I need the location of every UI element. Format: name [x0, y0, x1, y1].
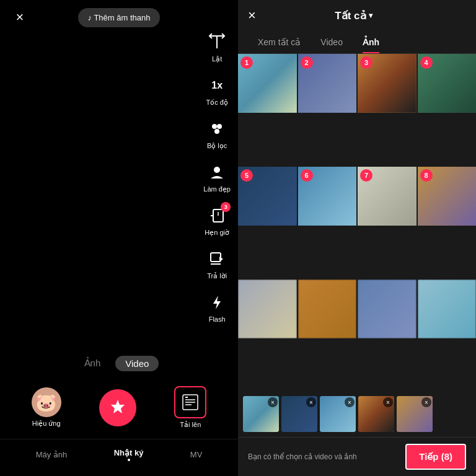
- grid-item-5[interactable]: 5: [238, 167, 297, 226]
- beauty-label: Làm đẹp: [203, 185, 231, 193]
- right-header: × Tất cả ▾: [238, 0, 476, 31]
- grid-item-6[interactable]: 6: [298, 167, 357, 226]
- grid-thumb-11: [358, 280, 416, 338]
- speed-icon: 1x: [206, 74, 228, 97]
- remove-thumb-1-button[interactable]: ×: [268, 397, 278, 407]
- grid-item-8[interactable]: 8: [418, 167, 477, 226]
- tool-filter[interactable]: Bộ lọc: [206, 118, 228, 150]
- nav-active-dot: [128, 459, 130, 461]
- filter-icon: [206, 118, 228, 140]
- svg-rect-7: [211, 253, 221, 262]
- tool-beauty[interactable]: Làm đẹp: [203, 161, 231, 193]
- tool-speed[interactable]: 1x Tốc độ: [206, 74, 228, 107]
- selected-thumb-2[interactable]: ×: [281, 396, 317, 432]
- speed-label: Tốc độ: [206, 99, 227, 107]
- svg-point-2: [214, 129, 219, 134]
- right-title: Tất cả ▾: [335, 9, 372, 22]
- reply-icon: [206, 248, 228, 270]
- grid-number-2: 2: [301, 56, 313, 69]
- left-panel: × ♪ Thêm âm thanh Lật 1x Tốc độ: [0, 0, 238, 476]
- grid-number-7: 7: [360, 169, 372, 182]
- right-close-button[interactable]: ×: [248, 7, 256, 24]
- upload-label: Tải lên: [180, 421, 201, 429]
- photo-mode-button[interactable]: Ảnh: [79, 355, 106, 371]
- effect-label: Hiệu ứng: [32, 420, 61, 428]
- upload-action[interactable]: Tải lên: [174, 386, 206, 429]
- grid-thumb-12: [418, 280, 477, 338]
- nav-diary[interactable]: Nhật ký: [109, 446, 149, 464]
- grid-number-3: 3: [360, 56, 372, 69]
- filter-label: Bộ lọc: [207, 142, 227, 150]
- left-bottom: Ảnh Video 🐷 Hiệu ứng: [0, 350, 238, 476]
- next-button[interactable]: Tiếp (8): [405, 444, 466, 470]
- grid-number-4: 4: [420, 56, 433, 69]
- grid-item-10[interactable]: [298, 280, 357, 338]
- grid-thumb-10: [298, 280, 357, 338]
- grid-item-2[interactable]: 2: [298, 54, 357, 113]
- flip-icon: [206, 31, 228, 53]
- left-close-button[interactable]: ×: [10, 7, 30, 27]
- tool-timer[interactable]: 3 Hẹn giờ: [205, 205, 229, 237]
- bottom-nav: Máy ảnh Nhật ký MV: [0, 439, 238, 476]
- tab-video[interactable]: Video: [311, 31, 353, 53]
- svg-point-3: [214, 167, 220, 173]
- record-button-circle: [99, 389, 136, 426]
- tool-flash[interactable]: Flash: [206, 291, 228, 323]
- flash-icon: [206, 291, 228, 314]
- svg-point-1: [217, 124, 222, 129]
- add-sound-button[interactable]: ♪ Thêm âm thanh: [78, 8, 161, 27]
- selected-row: × × × × ×: [238, 391, 476, 437]
- grid-item-9[interactable]: [238, 280, 297, 338]
- bottom-actions: 🐷 Hiệu ứng: [0, 376, 238, 439]
- tool-flip[interactable]: Lật: [206, 31, 228, 63]
- grid-number-8: 8: [420, 169, 433, 182]
- video-mode-button[interactable]: Video: [115, 356, 159, 371]
- grid-item-7[interactable]: 7: [358, 167, 416, 226]
- tab-view-all[interactable]: Xem tất cả: [248, 31, 311, 53]
- grid-number-1: 1: [240, 56, 253, 69]
- svg-point-0: [212, 124, 217, 129]
- beauty-icon: [206, 161, 228, 183]
- remove-thumb-3-button[interactable]: ×: [345, 397, 355, 407]
- tab-photo[interactable]: Ảnh: [353, 31, 389, 53]
- timer-icon: 3: [206, 205, 228, 227]
- record-action[interactable]: [99, 389, 136, 426]
- hint-text: Bạn có thể chọn cả video và ảnh: [248, 452, 405, 461]
- remove-thumb-4-button[interactable]: ×: [383, 397, 393, 407]
- selected-thumb-1[interactable]: ×: [243, 396, 279, 432]
- effect-avatar-icon: 🐷: [32, 387, 61, 417]
- tool-reply[interactable]: Trả lời: [206, 248, 228, 280]
- nav-mv[interactable]: MV: [185, 447, 208, 462]
- right-panel: × Tất cả ▾ Xem tất cả Video Ảnh 1 2 3 4: [238, 0, 476, 476]
- timer-label: Hẹn giờ: [205, 229, 229, 237]
- bottom-bar: Bạn có thể chọn cả video và ảnh Tiếp (8): [238, 437, 476, 476]
- effect-action[interactable]: 🐷 Hiệu ứng: [32, 387, 61, 428]
- timer-badge: 3: [221, 202, 231, 212]
- photo-grid: 1 2 3 4 5 6 7 8: [238, 54, 476, 391]
- flip-label: Lật: [212, 55, 222, 63]
- upload-icon-box: [174, 386, 206, 418]
- right-tools: Lật 1x Tốc độ Bộ lọc: [196, 25, 238, 329]
- grid-item-3[interactable]: 3: [358, 54, 416, 113]
- flash-label: Flash: [209, 315, 226, 323]
- remove-thumb-5-button[interactable]: ×: [421, 397, 431, 407]
- chevron-down-icon[interactable]: ▾: [369, 11, 372, 20]
- grid-item-4[interactable]: 4: [418, 54, 477, 113]
- remove-thumb-2-button[interactable]: ×: [306, 397, 316, 407]
- tab-bar: Xem tất cả Video Ảnh: [238, 31, 476, 54]
- grid-item-11[interactable]: [358, 280, 416, 338]
- grid-item-1[interactable]: 1: [238, 54, 297, 113]
- grid-number-6: 6: [301, 169, 313, 182]
- selected-thumb-3[interactable]: ×: [320, 396, 356, 432]
- reply-label: Trả lời: [207, 272, 227, 280]
- selected-thumb-5[interactable]: ×: [397, 396, 433, 432]
- grid-number-5: 5: [240, 169, 253, 182]
- mode-toggle: Ảnh Video: [0, 350, 238, 376]
- grid-item-12[interactable]: [418, 280, 477, 338]
- nav-camera[interactable]: Máy ảnh: [31, 447, 73, 462]
- selected-thumb-4[interactable]: ×: [358, 396, 394, 432]
- grid-thumb-9: [238, 280, 297, 338]
